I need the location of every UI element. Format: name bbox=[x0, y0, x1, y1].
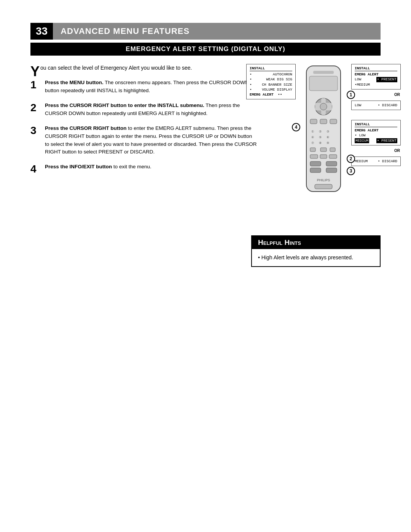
right-screens: INSTALL EMERG ALERT LOW • PRESENT •MEDIU… bbox=[351, 64, 401, 168]
svg-text:⑨: ⑨ bbox=[327, 141, 329, 145]
svg-text:PHILIPS: PHILIPS bbox=[317, 178, 330, 182]
install-row-emerg: EMERG ALERT •• bbox=[250, 92, 292, 97]
step-4-bold: Press the INFO/EXIT button bbox=[45, 164, 112, 169]
helpful-hints-body: • High Alert levels are always presented… bbox=[252, 249, 380, 266]
emerg-discard-1: LOW • DISCARD bbox=[355, 103, 397, 108]
title-menu-features: Menu Features bbox=[113, 26, 190, 36]
svg-text:④: ④ bbox=[311, 136, 314, 139]
present-highlight-2: • PRESENT bbox=[376, 138, 397, 143]
emerg-screen-1-low: LOW • PRESENT bbox=[355, 77, 397, 82]
svg-text:⑥: ⑥ bbox=[327, 136, 329, 139]
step-3-number: 3 bbox=[30, 125, 41, 136]
screens-and-remote: INSTALL AUTOCHRON WEAK DIG SIG CH BANNER… bbox=[246, 64, 401, 201]
svg-rect-25 bbox=[310, 161, 321, 166]
remote-control: 1 4 2 3 bbox=[299, 64, 348, 201]
left-screens: INSTALL AUTOCHRON WEAK DIG SIG CH BANNER… bbox=[246, 64, 296, 101]
install-screen: INSTALL AUTOCHRON WEAK DIG SIG CH BANNER… bbox=[246, 64, 296, 99]
svg-rect-19 bbox=[310, 148, 315, 152]
emerg-screen-1b: LOW • DISCARD bbox=[351, 101, 401, 110]
discard-text-2: • DISCARD bbox=[378, 159, 397, 164]
helpful-hints-bullet: High Alert levels are always presented. bbox=[261, 254, 353, 260]
or-label-1: OR bbox=[351, 93, 401, 97]
step-4-body: to exit the menu. bbox=[112, 164, 151, 169]
svg-rect-22 bbox=[310, 155, 318, 158]
svg-rect-21 bbox=[330, 148, 335, 152]
helpful-hints-box: Helpful Hints • High Alert levels are al… bbox=[251, 235, 381, 267]
svg-rect-28 bbox=[326, 168, 337, 173]
emerg-discard-2: MEDIUM • DISCARD bbox=[355, 159, 397, 164]
emerg-screen-2-subtitle: EMERG ALERT bbox=[355, 128, 397, 133]
helpful-hints-title-text: Helpful Hints bbox=[258, 238, 301, 246]
step-1-bold: Press the MENU button. bbox=[45, 80, 104, 85]
svg-rect-8 bbox=[320, 119, 327, 124]
svg-rect-9 bbox=[330, 119, 337, 124]
badge-1: 1 bbox=[347, 91, 355, 99]
step-1-content: Press the MENU button. The onscreen menu… bbox=[45, 79, 257, 95]
title-advanced: Advanced bbox=[61, 26, 110, 36]
page-number: 33 bbox=[30, 23, 53, 40]
emerg-screen-2-title: INSTALL bbox=[355, 122, 397, 127]
step-2-number: 2 bbox=[30, 102, 41, 113]
emerg-screen-1-medium: •MEDIUM bbox=[355, 82, 397, 87]
emerg-screen-1-title: INSTALL bbox=[355, 66, 397, 71]
svg-rect-30 bbox=[315, 184, 332, 189]
emerg-screen-1-subtitle: EMERG ALERT bbox=[355, 72, 397, 77]
drop-cap: Y bbox=[30, 65, 40, 78]
section-header-text: Emergency Alert Setting (Digital Only) bbox=[126, 45, 285, 53]
svg-rect-20 bbox=[320, 148, 327, 152]
step-3: 3 Press the CURSOR RIGHT button to enter… bbox=[30, 125, 257, 157]
svg-rect-1 bbox=[313, 71, 334, 74]
install-screen-title: INSTALL bbox=[250, 66, 292, 71]
install-row-autochron: AUTOCHRON bbox=[250, 72, 292, 77]
title-bar: 33 Advanced Menu Features bbox=[30, 23, 381, 40]
install-row-weakdig: WEAK DIG SIG bbox=[250, 77, 292, 82]
bullet-icon: • bbox=[258, 254, 261, 260]
badge-4: 4 bbox=[292, 123, 300, 131]
present-highlight-1: • PRESENT bbox=[376, 77, 397, 82]
step-1-number: 1 bbox=[30, 80, 41, 90]
left-column: You can select the level of Emergency Al… bbox=[30, 64, 257, 181]
svg-text:⑧: ⑧ bbox=[319, 141, 322, 145]
svg-rect-2 bbox=[309, 76, 338, 91]
badge-3: 3 bbox=[347, 167, 355, 175]
svg-rect-26 bbox=[326, 161, 337, 166]
remote-svg: ① ② ③ ④ ⑤ ⑥ ⑦ ⑧ ⑨ bbox=[299, 64, 348, 201]
helpful-hints-title: Helpful Hints bbox=[252, 236, 380, 249]
intro-text: You can select the level of Emergency Al… bbox=[30, 64, 257, 72]
svg-text:⑦: ⑦ bbox=[311, 141, 314, 145]
svg-rect-27 bbox=[310, 168, 321, 173]
step-2-content: Press the CURSOR RIGHT button to enter t… bbox=[45, 102, 257, 118]
or-label-2: OR bbox=[351, 149, 401, 153]
right-column: INSTALL AUTOCHRON WEAK DIG SIG CH BANNER… bbox=[266, 64, 381, 201]
step-4-number: 4 bbox=[30, 164, 41, 174]
main-content: You can select the level of Emergency Al… bbox=[30, 64, 381, 201]
emerg-screen-2-low: • LOW bbox=[355, 133, 397, 138]
step-3-content: Press the CURSOR RIGHT button to enter t… bbox=[45, 125, 257, 157]
badge-2: 2 bbox=[347, 155, 355, 163]
page-title: Advanced Menu Features bbox=[53, 23, 381, 40]
svg-text:③: ③ bbox=[327, 130, 329, 133]
svg-rect-7 bbox=[310, 119, 317, 124]
step-4-content: Press the INFO/EXIT button to exit the m… bbox=[45, 163, 151, 171]
section-header: Emergency Alert Setting (Digital Only) bbox=[30, 43, 381, 56]
emerg-screen-1: INSTALL EMERG ALERT LOW • PRESENT •MEDIU… bbox=[351, 64, 401, 89]
emerg-screen-2b: MEDIUM • DISCARD bbox=[351, 157, 401, 166]
medium-highlight: MEDIUM bbox=[355, 138, 369, 143]
discard-text-1: • DISCARD bbox=[378, 103, 397, 108]
svg-rect-24 bbox=[329, 155, 337, 158]
install-row-chbanner: CH BANNER SIZE bbox=[250, 82, 292, 87]
helpful-hints-wrapper: Helpful Hints • High Alert levels are al… bbox=[30, 220, 381, 267]
install-row-voldisplay: VOLUME DISPLAY bbox=[250, 87, 292, 92]
svg-rect-23 bbox=[320, 155, 327, 158]
step-1: 1 Press the MENU button. The onscreen me… bbox=[30, 79, 257, 95]
step-2: 2 Press the CURSOR RIGHT button to enter… bbox=[30, 102, 257, 118]
step-4: 4 Press the INFO/EXIT button to exit the… bbox=[30, 163, 257, 174]
svg-point-6 bbox=[320, 103, 327, 110]
step-3-bold: Press the CURSOR RIGHT button bbox=[45, 125, 127, 131]
svg-text:⑤: ⑤ bbox=[319, 136, 322, 139]
emerg-screen-2: INSTALL EMERG ALERT • LOW MEDIUM • PRESE… bbox=[351, 120, 401, 145]
step-2-bold: Press the CURSOR RIGHT button to enter t… bbox=[45, 102, 204, 108]
intro-body: ou can select the level of Emergency Ale… bbox=[40, 65, 192, 71]
svg-text:①: ① bbox=[311, 130, 314, 133]
emerg-screen-2-medium: MEDIUM • PRESENT bbox=[355, 138, 397, 143]
